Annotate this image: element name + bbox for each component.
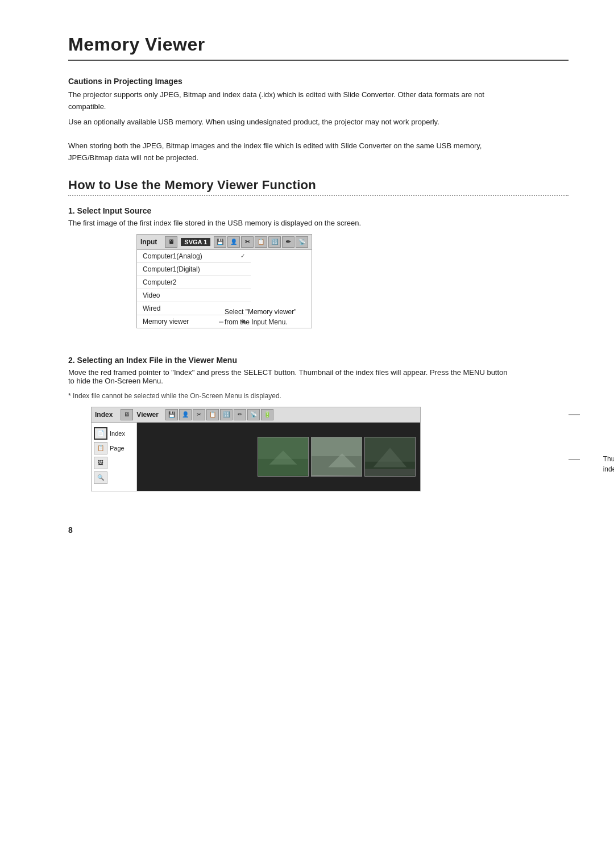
step1-heading: 1. Select Input Source [68,206,569,215]
step2-block: 2. Selecting an Index File in the Viewer… [68,356,569,491]
viewer-hdr-icon: 🖥 [121,409,133,420]
step2-desc: Move the red framed pointer to "Index" a… [68,368,512,385]
v-icon-4: 📋 [206,409,219,420]
hdr-icon-6: ✏ [282,236,294,248]
cautions-block: Cautions in Projecting Images The projec… [68,77,569,164]
sidebar-index-icon: 📄 [94,427,107,440]
hdr-icon-7: 📡 [296,236,308,248]
page-number: 8 [68,525,569,535]
viewer-menu-wrapper: Index 🖥 Viewer 💾 👤 ✂ 📋 🔢 ✏ 📡 🔋 [91,407,569,491]
sidebar-icon4-row: 🔍 [94,471,134,484]
menu-item-computer1digital: Computer1(Digital) [137,263,251,276]
hdr-icon-5: 🔢 [268,236,281,248]
step2-heading: 2. Selecting an Index File in the Viewer… [68,356,569,365]
input-menu-icons: 💾 👤 ✂ 📋 🔢 ✏ 📡 [214,236,308,248]
annotation-line2: from the Input Menu. [225,318,288,326]
thumbnail-3 [364,437,416,477]
v-icon-6: ✏ [234,409,246,420]
sidebar-page-icon: 📋 [94,442,107,454]
viewer-header: Index 🖥 Viewer 💾 👤 ✂ 📋 🔢 ✏ 📡 🔋 [92,407,420,423]
thumbnail-annotation-line2: index files [603,465,614,473]
hdr-icon-1: 💾 [214,236,226,248]
input-menu-wrapper: Input 🖥 SVGA 1 💾 👤 ✂ 📋 🔢 ✏ 📡 Computer1(A… [102,234,569,340]
hdr-icon-4: 📋 [255,236,267,248]
svga-badge: SVGA 1 [181,238,210,246]
viewer-connector-line [569,415,614,415]
thumbnail-annotation: Thumbnail of index files [603,454,614,474]
svg-rect-10 [365,469,415,475]
viewer-icons: 💾 👤 ✂ 📋 🔢 ✏ 📡 🔋 [165,409,273,420]
step1-desc: The first image of the first index file … [68,219,512,227]
v-icon-8: 🔋 [261,409,273,420]
thumbnail-2 [311,437,362,477]
viewer-sidebar: 📄 Index 📋 Page 🖼 🔍 [92,423,137,491]
viewer-body: 📄 Index 📋 Page 🖼 🔍 [92,423,420,491]
connector-line1 [219,322,225,323]
v-icon-1: 💾 [165,409,178,420]
input-menu-header: Input 🖥 SVGA 1 💾 👤 ✂ 📋 🔢 ✏ 📡 [137,235,312,250]
step1-block: 1. Select Input Source The first image o… [68,206,569,340]
viewer-ui: Index 🖥 Viewer 💾 👤 ✂ 📋 🔢 ✏ 📡 🔋 [91,407,421,491]
sidebar-icon3: 🖼 [94,457,107,469]
hdr-icon-2: 👤 [227,236,240,248]
hdr-icon-3: ✂ [241,236,254,248]
viewer-main [137,423,420,491]
sidebar-icon4: 🔍 [94,471,107,484]
thumbnail-annotation-line1: Thumbnail of [603,455,614,463]
cautions-paragraph3: When storing both the JPEG, Bitmap image… [68,140,512,164]
step2-note: * Index file cannot be selected while th… [68,392,569,400]
viewer-label: Viewer [136,411,158,419]
index-label: Index [95,411,113,419]
menu-item-video: Video [137,289,251,302]
sidebar-page-label: Page [110,445,125,452]
cautions-heading: Cautions in Projecting Images [68,77,569,86]
cautions-paragraph2: Use an optionally available USB memory. … [68,116,512,128]
v-icon-5: 🔢 [220,409,233,420]
sidebar-index-row: 📄 Index [94,427,134,440]
menu-item-computer1analog: Computer1(Analog) ✓ [137,250,251,263]
thumbnail-connector-line [569,460,614,460]
input-label: Input [140,238,157,246]
v-icon-3: ✂ [193,409,205,420]
input-icon1: 🖥 [165,236,177,248]
v-icon-7: 📡 [247,409,260,420]
thumbnail-1 [258,437,309,477]
input-annotation: Select "Memory viewer" from the Input Me… [225,307,297,327]
chapter-title: Memory Viewer [68,34,569,61]
subsection-title: How to Use the Memory Viewer Function [68,178,569,196]
sidebar-icon3-row: 🖼 [94,457,134,469]
menu-item-computer2: Computer2 [137,276,251,289]
cautions-paragraph1: The projector supports only JPEG, Bitmap… [68,89,512,113]
sidebar-index-label: Index [110,430,125,437]
sidebar-page-row: 📋 Page [94,442,134,454]
annotation-line1: Select "Memory viewer" [225,308,297,316]
v-icon-2: 👤 [179,409,192,420]
